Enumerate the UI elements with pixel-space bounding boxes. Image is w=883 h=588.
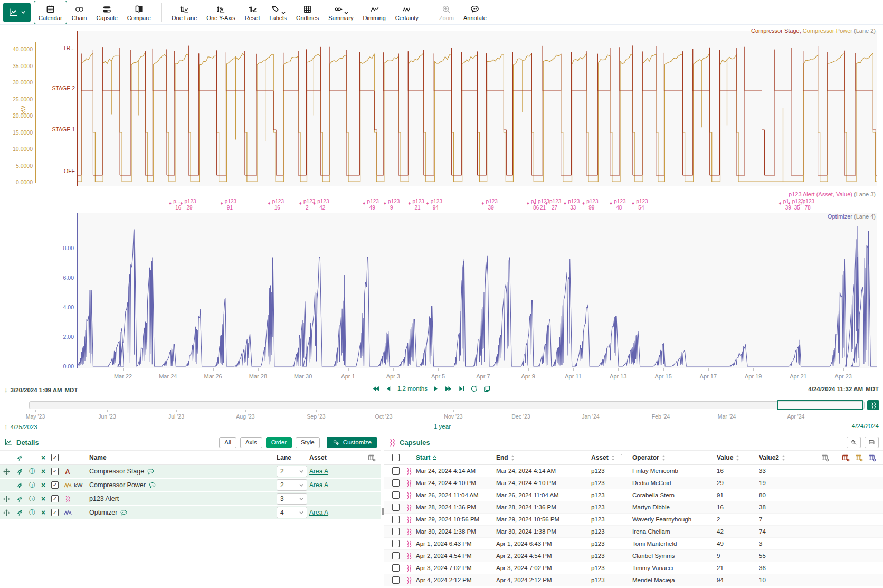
auto-update-button[interactable] bbox=[470, 385, 478, 392]
alert-capsule-marker[interactable]: ♦p12354 bbox=[634, 198, 658, 214]
column-grip[interactable] bbox=[621, 454, 622, 461]
column-header-asset[interactable]: Asset bbox=[591, 454, 632, 461]
toolbar-button-gridlines[interactable]: Gridlines bbox=[291, 1, 324, 24]
move-handle-icon[interactable] bbox=[3, 468, 11, 476]
comment-icon[interactable] bbox=[148, 481, 156, 489]
lane-select[interactable]: 2 bbox=[277, 466, 307, 477]
alert-capsule-marker[interactable]: ♦p12394 bbox=[429, 198, 453, 214]
details-row[interactable]: ⓘ × ✓ kW Compressor Power 2 Area A bbox=[0, 479, 381, 492]
info-icon[interactable]: ⓘ bbox=[26, 481, 38, 490]
pan-right-button[interactable] bbox=[432, 385, 440, 392]
remove-all-icon[interactable]: × bbox=[38, 453, 49, 462]
pan-left-button[interactable] bbox=[385, 385, 393, 392]
info-icon[interactable]: ⓘ bbox=[26, 508, 38, 517]
column-header-start[interactable]: Start bbox=[416, 454, 496, 461]
trend-view-select-button[interactable] bbox=[3, 3, 31, 22]
go-to-end-button[interactable] bbox=[458, 385, 466, 392]
move-handle-icon[interactable] bbox=[3, 509, 11, 517]
toolbar-button-one-y-axis[interactable]: One Y-Axis bbox=[202, 1, 240, 24]
capsule-row[interactable]: Apr 1, 2024 6:43 PM Apr 1, 2024 6:43 PM … bbox=[384, 538, 883, 550]
alert-capsule-marker[interactable]: ♦p12391 bbox=[223, 198, 247, 214]
row-checkbox[interactable] bbox=[392, 540, 400, 547]
alert-capsule-marker[interactable]: ♦p12399 bbox=[584, 198, 609, 214]
details-row[interactable]: ⓘ × ✓ p123 Alert 3 bbox=[0, 492, 381, 506]
investigate-range-duration[interactable]: 1 year bbox=[397, 423, 487, 430]
capsule-row[interactable]: Apr 4, 2024 2:12 PM Apr 4, 2024 2:12 PM … bbox=[384, 574, 883, 586]
toolbar-button-compare[interactable]: Compare bbox=[122, 1, 156, 24]
details-row[interactable]: ⓘ × ✓ Optimizer 4 Area A bbox=[0, 506, 381, 520]
zoom-to-capsule-button[interactable] bbox=[847, 437, 861, 448]
toolbar-button-summary[interactable]: Summary bbox=[324, 1, 358, 24]
info-icon[interactable]: ⓘ bbox=[26, 467, 38, 476]
investigate-timebar[interactable] bbox=[29, 401, 865, 409]
row-checkbox[interactable] bbox=[392, 516, 400, 523]
display-range-duration[interactable]: 1.2 months bbox=[397, 385, 428, 392]
alert-capsule-marker[interactable]: ♦p12339 bbox=[484, 198, 508, 214]
select-all-checkbox[interactable] bbox=[392, 454, 400, 461]
capsule-row[interactable]: Mar 24, 2024 4:10 PM Mar 24, 2024 4:10 P… bbox=[384, 477, 883, 489]
legend-optimizer[interactable]: Optimizer bbox=[828, 213, 852, 220]
capsule-row[interactable]: Mar 28, 2024 1:36 PM Mar 28, 2024 1:36 P… bbox=[384, 501, 883, 514]
remove-icon[interactable]: × bbox=[38, 495, 49, 503]
toolbar-button-zoom[interactable]: Zoom bbox=[434, 1, 459, 24]
toolbar-button-chain[interactable]: Chain bbox=[67, 1, 92, 24]
toolbar-button-dimming[interactable]: Dimming bbox=[358, 1, 390, 24]
remove-icon[interactable]: × bbox=[38, 481, 49, 489]
display-range-end[interactable]: 4/24/2024 11:32 AMMDT bbox=[808, 386, 879, 392]
toolbar-button-annotate[interactable]: Annotate bbox=[459, 1, 491, 24]
column-header-value2[interactable]: Value2 bbox=[759, 454, 806, 461]
asset-link[interactable]: Area A bbox=[309, 481, 328, 489]
row-checkbox[interactable]: ✓ bbox=[51, 495, 59, 502]
details-filter-all[interactable]: All bbox=[219, 437, 236, 448]
comment-icon[interactable] bbox=[147, 468, 155, 476]
add-stage-column-icon[interactable] bbox=[841, 453, 850, 462]
column-grip[interactable] bbox=[792, 454, 792, 461]
pan-far-left-button[interactable] bbox=[372, 385, 380, 392]
rocket-icon[interactable] bbox=[16, 495, 24, 503]
alert-capsule-marker[interactable]: ♦p1239 bbox=[386, 198, 410, 214]
lane4-plot[interactable] bbox=[78, 213, 877, 368]
column-grip[interactable] bbox=[443, 454, 443, 461]
move-handle-icon[interactable] bbox=[3, 495, 11, 503]
rocket-icon[interactable] bbox=[16, 481, 24, 489]
pan-far-right-button[interactable] bbox=[445, 385, 453, 392]
timebar-drag-handle-icon[interactable] bbox=[867, 400, 879, 410]
details-filter-order[interactable]: Order bbox=[266, 437, 292, 448]
column-grip[interactable] bbox=[521, 454, 521, 461]
column-header-operator[interactable]: Operator bbox=[632, 454, 717, 461]
legend-compressor-stage[interactable]: Compressor Stage bbox=[751, 27, 800, 34]
asset-link[interactable]: Area A bbox=[309, 509, 328, 516]
capsule-row[interactable]: Mar 24, 2024 4:14 AM Mar 24, 2024 4:14 A… bbox=[384, 465, 883, 477]
toolbar-button-reset[interactable]: Reset bbox=[240, 1, 265, 24]
capsule-row[interactable]: Mar 29, 2024 10:56 PM Mar 29, 2024 10:56… bbox=[384, 514, 883, 526]
investigate-range-start[interactable]: ↑ 4/25/2023 bbox=[4, 423, 37, 431]
alert-capsule-marker[interactable]: ♦p12342 bbox=[315, 198, 339, 214]
rocket-icon[interactable] bbox=[16, 468, 24, 476]
legend-p123-alert[interactable]: p123 Alert (Asset, Value) bbox=[789, 191, 852, 197]
row-checkbox[interactable] bbox=[392, 528, 400, 535]
lane-select[interactable]: 2 bbox=[277, 479, 307, 491]
add-column-icon[interactable] bbox=[367, 453, 376, 462]
row-checkbox[interactable] bbox=[392, 552, 400, 559]
column-header-value[interactable]: Value bbox=[717, 454, 759, 461]
row-checkbox[interactable]: ✓ bbox=[51, 468, 59, 475]
row-checkbox[interactable] bbox=[392, 491, 400, 499]
rocket-icon[interactable] bbox=[16, 454, 24, 462]
column-grip[interactable] bbox=[672, 454, 672, 461]
row-checkbox[interactable] bbox=[392, 504, 400, 511]
remove-icon[interactable]: × bbox=[38, 508, 49, 517]
column-header-end[interactable]: End bbox=[496, 454, 591, 461]
investigate-range-end[interactable]: 4/24/2024 bbox=[852, 423, 879, 429]
details-filter-style[interactable]: Style bbox=[296, 437, 320, 448]
capsule-row[interactable]: Mar 26, 2024 11:04 AM Mar 26, 2024 11:04… bbox=[384, 489, 883, 501]
asset-link[interactable]: Area A bbox=[309, 468, 328, 475]
column-grip[interactable] bbox=[746, 454, 746, 461]
toolbar-button-labels[interactable]: Labels bbox=[265, 1, 291, 24]
lane-select[interactable]: 4 bbox=[277, 507, 307, 518]
row-checkbox[interactable] bbox=[392, 576, 400, 584]
select-all-checkbox[interactable]: ✓ bbox=[51, 454, 59, 461]
row-checkbox[interactable]: ✓ bbox=[51, 509, 59, 516]
lane2-plot[interactable] bbox=[78, 31, 877, 186]
alert-capsule-marker[interactable]: ♦p12316 bbox=[270, 198, 295, 214]
row-checkbox[interactable] bbox=[392, 564, 400, 572]
